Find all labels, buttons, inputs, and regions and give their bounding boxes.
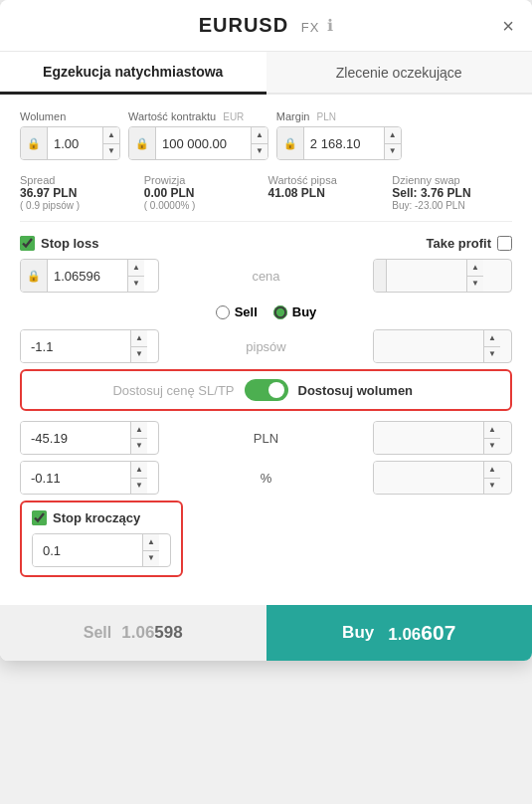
info-icon[interactable]: ℹ: [327, 16, 333, 35]
pct-left-spin-down[interactable]: ▼: [131, 479, 147, 495]
stat-pips: Wartość pipsa 41.08 PLN: [268, 174, 389, 211]
stop-kroczacy-spin-down[interactable]: ▼: [143, 551, 159, 567]
pln-left-input[interactable]: [21, 422, 130, 454]
pips-label-text: pipsów: [246, 339, 285, 354]
modal-title: EURUSD FX: [199, 14, 320, 37]
pct-right-input[interactable]: [374, 462, 483, 494]
pln-center-label: PLN: [167, 431, 365, 446]
toggle-right-label: Dostosuj wolumen: [298, 383, 497, 398]
pln-right-spin-down[interactable]: ▼: [484, 439, 500, 455]
pips-right-spin-down[interactable]: ▼: [484, 347, 500, 363]
stop-kroczacy-spinbox: ▲ ▼: [32, 533, 171, 567]
pips-left-input[interactable]: [21, 330, 130, 362]
pln-left-spin-down[interactable]: ▼: [131, 439, 147, 455]
wartosc-currency: EUR: [223, 111, 244, 122]
margin-spin-buttons: ▲ ▼: [384, 127, 401, 159]
pct-right-spin-down[interactable]: ▼: [484, 479, 500, 495]
pips-right-spin-up[interactable]: ▲: [484, 330, 500, 347]
margin-spin-down[interactable]: ▼: [385, 144, 401, 160]
bottom-buttons-row: Sell 1.06598 Buy 1.06607: [0, 605, 532, 661]
pct-label-text: %: [261, 471, 272, 486]
pln-right-group: ▲ ▼: [373, 421, 512, 455]
form-content: Wolumen 🔒 ▲ ▼ Wartość kontraktu EUR: [0, 95, 532, 661]
wartosc-input[interactable]: [156, 127, 251, 159]
pln-right-input[interactable]: [374, 422, 483, 454]
stop-loss-checkbox[interactable]: [20, 236, 35, 251]
tp-spin-up[interactable]: ▲: [467, 260, 483, 277]
spread-label: Spread: [20, 174, 55, 186]
prowizja-label: Prowizja: [144, 174, 186, 186]
wolumen-input[interactable]: [48, 127, 102, 159]
sell-radio-label[interactable]: Sell: [216, 304, 258, 319]
stop-kroczacy-label[interactable]: Stop kroczący: [32, 510, 140, 525]
wolumen-lock-icon: 🔒: [21, 127, 48, 159]
sl-spin-down[interactable]: ▼: [128, 277, 144, 293]
pips-left-spin-up[interactable]: ▲: [131, 330, 147, 347]
sell-button[interactable]: Sell 1.06598: [0, 605, 266, 661]
toggle-switch[interactable]: [245, 379, 288, 401]
margin-spinbox: 🔒 ▲ ▼: [276, 126, 402, 160]
tp-spin-buttons: ▲ ▼: [466, 260, 483, 292]
wartosc-spinbox: 🔒 ▲ ▼: [128, 126, 268, 160]
fx-badge: FX: [301, 20, 320, 35]
pips-left-spin-down[interactable]: ▼: [131, 347, 147, 363]
cena-label-text: cena: [252, 269, 279, 284]
tab-pending[interactable]: Zlecenie oczekujące: [266, 52, 533, 93]
sell-radio-text: Sell: [235, 304, 258, 319]
pln-left-spin-up[interactable]: ▲: [131, 422, 147, 439]
buy-radio-label[interactable]: Buy: [273, 304, 317, 319]
sl-tp-checkbox-row: Stop loss Take profit: [20, 236, 512, 251]
toggle-slider: [245, 379, 288, 401]
swap-sell: Sell: 3.76 PLN: [392, 186, 470, 200]
margin-spin-up[interactable]: ▲: [385, 127, 401, 144]
pips-value: 41.08 PLN: [268, 186, 325, 200]
tp-value-input[interactable]: [387, 260, 466, 292]
take-profit-checkbox-label[interactable]: Take profit: [427, 236, 513, 251]
stop-loss-checkbox-label[interactable]: Stop loss: [20, 236, 99, 251]
wolumen-spin-up[interactable]: ▲: [103, 127, 119, 144]
pct-right-spin-buttons: ▲ ▼: [483, 462, 500, 494]
sell-radio[interactable]: [216, 305, 230, 319]
stats-row: Spread 36.97 PLN ( 0.9 pipsów ) Prowizja…: [20, 174, 512, 222]
wartosc-label: Wartość kontraktu EUR: [128, 110, 268, 122]
tp-spin-down[interactable]: ▼: [467, 277, 483, 293]
take-profit-checkbox[interactable]: [497, 236, 512, 251]
pips-right-input[interactable]: [374, 330, 483, 362]
cena-center-label: cena: [167, 259, 365, 293]
pln-right-spin-up[interactable]: ▲: [484, 422, 500, 439]
wartosc-spin-up[interactable]: ▲: [252, 127, 267, 144]
pips-right-spinbox: ▲ ▼: [373, 329, 512, 363]
pln-label-text: PLN: [254, 431, 278, 446]
buy-radio[interactable]: [273, 305, 287, 319]
stop-kroczacy-spin-up[interactable]: ▲: [143, 534, 159, 551]
pct-left-spin-buttons: ▲ ▼: [130, 462, 147, 494]
toggle-row: Dostosuj cenę SL/TP Dostosuj wolumen: [20, 369, 512, 411]
wartosc-lock-icon: 🔒: [129, 127, 156, 159]
pct-left-spin-up[interactable]: ▲: [131, 462, 147, 479]
wartosc-spin-down[interactable]: ▼: [252, 144, 267, 160]
sl-spin-buttons: ▲ ▼: [127, 260, 144, 292]
stop-kroczacy-checkbox[interactable]: [32, 510, 47, 525]
margin-input[interactable]: [304, 127, 384, 159]
wolumen-spin-down[interactable]: ▼: [103, 144, 119, 160]
modal-header: EURUSD FX ℹ ×: [0, 0, 532, 52]
pct-right-spin-up[interactable]: ▲: [484, 462, 500, 479]
sell-button-label: Sell: [84, 624, 111, 642]
tp-input-group: ▲ ▼: [373, 259, 512, 293]
sl-value-input[interactable]: [48, 260, 127, 292]
pct-left-input[interactable]: [21, 462, 130, 494]
sell-price-highlight: 598: [154, 623, 182, 642]
modal-container: EURUSD FX ℹ × Egzekucja natychmiastowa Z…: [0, 0, 532, 661]
margin-label-text: Margin: [276, 110, 310, 122]
pips-right-spin-buttons: ▲ ▼: [483, 330, 500, 362]
sl-spin-up[interactable]: ▲: [128, 260, 144, 277]
sl-tp-inputs-row: 🔒 ▲ ▼ cena ▲ ▼: [20, 259, 512, 293]
tab-immediate[interactable]: Egzekucja natychmiastowa: [0, 52, 266, 95]
close-button[interactable]: ×: [502, 14, 514, 37]
prowizja-sub: ( 0.0000% ): [144, 200, 196, 211]
stop-kroczacy-input[interactable]: [33, 534, 142, 566]
pct-left-group: ▲ ▼: [20, 461, 159, 495]
sl-lock-icon: 🔒: [21, 260, 48, 292]
buy-button[interactable]: Buy 1.06607: [266, 605, 533, 661]
pips-left-group: ▲ ▼: [20, 329, 159, 363]
